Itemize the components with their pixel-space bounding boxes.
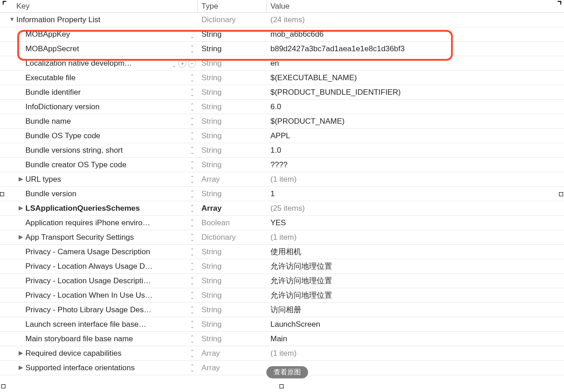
plist-row[interactable]: Bundle identifierString$(PRODUCT_BUNDLE_… [0,85,564,100]
key-cell[interactable]: MOBAppSecret [0,42,198,56]
plist-row[interactable]: Bundle creator OS Type codeString???? [0,158,564,172]
key-cell[interactable]: Application requires iPhone enviro… [0,216,198,230]
key-cell[interactable]: Bundle creator OS Type code [0,158,198,172]
type-cell[interactable]: String [198,332,267,346]
type-cell[interactable]: String [198,71,267,85]
key-cell[interactable]: Bundle OS Type code [0,129,198,143]
plist-row[interactable]: Localization native developm…+−Stringen [0,56,564,71]
value-cell[interactable]: YES [267,216,564,230]
key-cell[interactable]: Main storyboard file base name [0,332,198,346]
key-stepper-icon[interactable] [189,131,195,140]
plist-row[interactable]: Privacy - Camera Usage DescriptionString… [0,245,564,259]
key-stepper-icon[interactable] [189,102,195,111]
column-header-key[interactable]: Key [0,0,198,13]
key-cell[interactable]: MOBAppKey [0,27,198,42]
plist-row[interactable]: MOBAppKeyStringmob_a6b6c6d6 [0,27,564,42]
type-cell[interactable]: Array [198,346,267,361]
plist-row[interactable]: MOBAppSecretStringb89d2427a3bc7ad1aea1e1… [0,42,564,56]
key-stepper-icon[interactable] [189,363,195,373]
value-cell[interactable]: 1 [267,187,564,201]
plist-row[interactable]: Bundle versions string, shortString1.0 [0,143,564,158]
view-original-button[interactable]: 查看原图 [266,366,308,378]
column-header-value[interactable]: Value [267,0,564,13]
value-cell[interactable]: (1 item) [267,230,564,245]
value-cell[interactable]: $(EXECUTABLE_NAME) [267,71,564,85]
key-cell[interactable]: Privacy - Camera Usage Description [0,245,198,259]
value-cell[interactable]: 允许访问地理位置 [267,259,564,274]
plist-row[interactable]: Bundle OS Type codeStringAPPL [0,129,564,143]
key-cell[interactable]: Bundle versions string, short [0,143,198,158]
plist-row[interactable]: ▶URL typesArray(1 item) [0,172,564,187]
remove-row-button[interactable]: − [188,59,196,68]
key-cell[interactable]: Privacy - Photo Library Usage Des… [0,303,198,317]
plist-row[interactable]: Bundle versionString1 [0,187,564,201]
type-cell[interactable]: String [198,85,267,100]
key-cell[interactable]: Launch screen interface file base… [0,317,198,332]
type-cell[interactable]: String [198,56,267,71]
plist-row[interactable]: Privacy - Location When In Use Us…String… [0,288,564,303]
disclosure-triangle-open-icon[interactable]: ▼ [9,16,15,23]
plist-root-row[interactable]: ▼ Information Property List Dictionary (… [0,13,564,27]
value-cell[interactable]: 允许访问地理位置 [267,274,564,288]
type-cell[interactable]: String [198,114,267,129]
value-cell[interactable]: (1 item) [267,346,564,361]
disclosure-triangle-closed-icon[interactable]: ▶ [18,233,24,240]
plist-row[interactable]: Launch screen interface file base…String… [0,317,564,332]
key-stepper-icon[interactable] [189,146,195,155]
key-stepper-icon[interactable] [189,204,195,213]
plist-row[interactable]: Privacy - Location Usage Descripti…Strin… [0,274,564,288]
value-cell[interactable]: mob_a6b6c6d6 [267,27,564,42]
key-stepper-icon[interactable] [171,59,177,68]
plist-row[interactable]: Main storyboard file base nameStringMain [0,332,564,346]
value-cell[interactable]: (25 items) [267,201,564,216]
key-stepper-icon[interactable] [189,73,195,82]
type-cell[interactable]: String [198,274,267,288]
plist-row[interactable]: Privacy - Location Always Usage D…String… [0,259,564,274]
key-cell[interactable]: ▶App Transport Security Settings [0,230,198,245]
key-stepper-icon[interactable] [189,320,195,329]
value-cell[interactable]: 6.0 [267,100,564,114]
key-stepper-icon[interactable] [189,189,195,198]
value-cell[interactable]: b89d2427a3bc7ad1aea1e1e8c1d36bf3 [267,42,564,56]
disclosure-triangle-closed-icon[interactable]: ▶ [18,175,24,182]
key-stepper-icon[interactable] [189,218,195,227]
type-cell[interactable]: String [198,129,267,143]
value-cell[interactable]: $(PRODUCT_BUNDLE_IDENTIFIER) [267,85,564,100]
value-cell[interactable]: en [267,56,564,71]
key-cell[interactable]: ▶Required device capabilities [0,346,198,361]
key-stepper-icon[interactable] [189,305,195,315]
type-cell[interactable]: String [198,42,267,56]
type-cell[interactable]: Dictionary [198,230,267,245]
disclosure-triangle-closed-icon[interactable]: ▶ [18,349,24,356]
value-cell[interactable]: Main [267,332,564,346]
plist-row[interactable]: ▶Required device capabilitiesArray(1 ite… [0,346,564,361]
root-value-cell[interactable]: (24 items) [267,13,564,27]
key-cell[interactable]: Bundle version [0,187,198,201]
key-cell[interactable]: Executable file [0,71,198,85]
key-stepper-icon[interactable] [189,233,195,242]
value-cell[interactable]: (1 item) [267,172,564,187]
key-stepper-icon[interactable] [189,334,195,344]
key-stepper-icon[interactable] [189,349,195,358]
type-cell[interactable]: String [198,158,267,172]
type-cell[interactable]: String [198,100,267,114]
key-cell[interactable]: ▶LSApplicationQueriesSchemes [0,201,198,216]
plist-row[interactable]: Executable fileString$(EXECUTABLE_NAME) [0,71,564,85]
value-cell[interactable]: ???? [267,158,564,172]
disclosure-triangle-closed-icon[interactable]: ▶ [18,204,24,211]
plist-row[interactable]: ▶LSApplicationQueriesSchemesArray(25 ite… [0,201,564,216]
key-stepper-icon[interactable] [189,88,195,97]
type-cell[interactable]: Boolean [198,216,267,230]
key-stepper-icon[interactable] [189,276,195,286]
key-stepper-icon[interactable] [189,262,195,271]
value-cell[interactable]: 使用相机 [267,245,564,259]
column-header-type[interactable]: Type [198,0,267,13]
type-cell[interactable]: String [198,288,267,303]
disclosure-triangle-closed-icon[interactable]: ▶ [18,364,24,371]
value-cell[interactable]: 1.0 [267,143,564,158]
value-cell[interactable]: 允许访问地理位置 [267,288,564,303]
plist-row[interactable]: Application requires iPhone enviro…Boole… [0,216,564,230]
value-cell[interactable]: $(PRODUCT_NAME) [267,114,564,129]
key-cell[interactable]: Bundle identifier [0,85,198,100]
key-stepper-icon[interactable] [189,44,195,53]
